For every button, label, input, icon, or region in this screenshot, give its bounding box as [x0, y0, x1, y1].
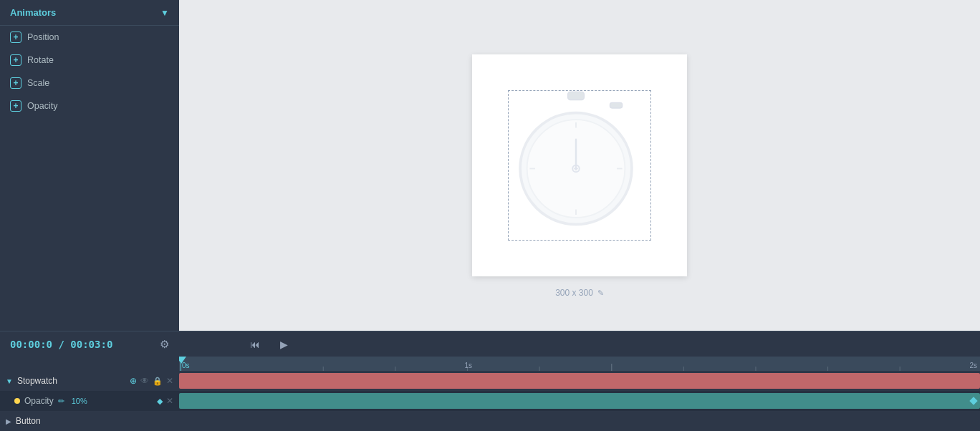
add-rotate-icon[interactable]: +: [10, 54, 21, 66]
opacity-diamond-left[interactable]: ◆: [157, 397, 163, 406]
timer-left: 00:00:0 / 00:03:0 ⚙: [0, 338, 179, 351]
ruler-track[interactable]: 0s 1s 2s: [179, 357, 980, 371]
opacity-value: 10%: [72, 397, 87, 405]
sidebar-label-opacity: Opacity: [27, 101, 57, 111]
timer-bar: 00:00:0 / 00:03:0 ⚙ ⏮ ▶: [0, 331, 980, 357]
timer-current: 00:00:0: [10, 339, 52, 350]
timeline-ruler-row: 0s 1s 2s: [0, 357, 980, 371]
svg-rect-0: [568, 92, 585, 100]
timer-total: 00:03:0: [70, 339, 112, 350]
stopwatch-animation-bar: [179, 373, 980, 389]
playback-controls: ⏮ ▶: [179, 336, 358, 353]
ruler-spacer: [0, 357, 179, 371]
timer-separator: /: [52, 339, 70, 350]
button-expand-icon[interactable]: ▶: [6, 417, 11, 425]
sidebar-collapse-icon[interactable]: ▼: [160, 8, 169, 18]
stopwatch-collapse-icon[interactable]: ▼: [6, 377, 13, 385]
stopwatch-lock-icon[interactable]: 🔒: [153, 377, 163, 386]
opacity-animation-bar: [179, 393, 980, 409]
play-button[interactable]: ▶: [277, 336, 291, 353]
canvas-size-label: 300 x 300 ✎: [555, 288, 604, 298]
track-label-stopwatch: ▼ Stopwatch ⊕ 👁 🔒 ✕: [0, 371, 179, 391]
stopwatch-delete-icon[interactable]: ✕: [166, 376, 173, 386]
sidebar-item-rotate[interactable]: + Rotate: [0, 49, 179, 72]
track-row-stopwatch: ▼ Stopwatch ⊕ 👁 🔒 ✕: [0, 371, 980, 391]
sidebar-item-scale[interactable]: + Scale: [0, 72, 179, 95]
sidebar-header: Animators ▼: [0, 0, 179, 26]
canvas-area: 300 x 300 ✎: [179, 0, 980, 331]
button-track-name: Button: [16, 416, 41, 426]
stopwatch-eye-icon[interactable]: 👁: [140, 376, 149, 386]
opacity-track-name: Opacity: [24, 396, 54, 406]
settings-icon[interactable]: ⚙: [160, 338, 169, 351]
sidebar-item-position[interactable]: + Position: [0, 26, 179, 49]
timer-display: 00:00:0 / 00:03:0: [10, 339, 112, 350]
track-label-button: ▶ Button: [0, 411, 179, 431]
sidebar-title: Animators: [10, 7, 56, 18]
add-opacity-icon[interactable]: +: [10, 100, 21, 112]
stopwatch-track-name: Stopwatch: [17, 376, 57, 386]
sidebar-label-scale: Scale: [27, 78, 49, 88]
sidebar-label-rotate: Rotate: [27, 55, 54, 65]
sidebar: Animators ▼ + Position + Rotate + Scale …: [0, 0, 179, 331]
size-text: 300 x 300: [555, 288, 593, 298]
stopwatch-move-icon[interactable]: ⊕: [130, 376, 137, 386]
ruler-ticks: [179, 357, 980, 371]
svg-rect-1: [610, 102, 623, 108]
canvas-content[interactable]: [508, 90, 651, 241]
track-label-opacity: Opacity ✏ 10% ◆ ✕: [0, 391, 179, 411]
sidebar-item-opacity[interactable]: + Opacity: [0, 95, 179, 117]
track-timeline-stopwatch[interactable]: [179, 371, 980, 391]
timeline-area: 00:00:0 / 00:03:0 ⚙ ⏮ ▶ 0s: [0, 331, 980, 431]
timeline-wrapper: 0s 1s 2s: [0, 357, 980, 431]
track-timeline-opacity[interactable]: [179, 391, 980, 411]
opacity-dot-icon: [14, 398, 20, 404]
stopwatch-graphic: [508, 90, 644, 233]
opacity-delete-icon[interactable]: ✕: [166, 396, 173, 406]
ruler-label-2s: 2s: [969, 362, 977, 369]
opacity-edit-icon[interactable]: ✏: [58, 397, 64, 406]
playhead-line: [181, 357, 181, 371]
add-position-icon[interactable]: +: [10, 32, 21, 43]
ruler-label-1s: 1s: [464, 362, 472, 369]
track-timeline-button[interactable]: [179, 411, 980, 431]
stopwatch-track-controls: ⊕ 👁 🔒 ✕: [130, 376, 173, 386]
track-row-opacity: Opacity ✏ 10% ◆ ✕: [0, 391, 980, 411]
rewind-button[interactable]: ⏮: [247, 336, 263, 353]
edit-size-icon[interactable]: ✎: [597, 289, 604, 298]
canvas-frame: [472, 54, 687, 276]
track-row-button: ▶ Button: [0, 411, 980, 431]
add-scale-icon[interactable]: +: [10, 77, 21, 89]
sidebar-label-position: Position: [27, 32, 59, 42]
